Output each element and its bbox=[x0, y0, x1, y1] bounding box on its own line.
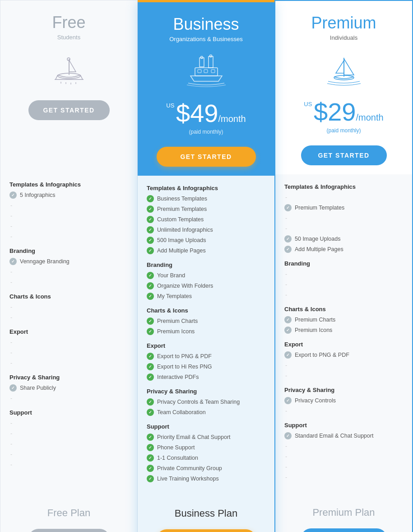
feature-item-text: Premium Templates bbox=[295, 205, 344, 211]
plan-icon-business bbox=[186, 54, 227, 90]
plan-price-note: (paid monthly) bbox=[304, 127, 383, 134]
plan-features-business: Templates & Infographics Business Templa… bbox=[138, 176, 274, 497]
feature-item-text: Interactive PDFs bbox=[157, 374, 199, 380]
check-icon bbox=[147, 475, 154, 482]
check-icon bbox=[147, 398, 154, 406]
feature-section-title: Templates & Infographics bbox=[147, 185, 265, 191]
feature-section-title: Branding bbox=[284, 260, 403, 267]
feature-item-text: Export to PNG & PDF bbox=[295, 352, 349, 358]
svg-rect-18 bbox=[211, 70, 215, 73]
feature-item-dash bbox=[284, 371, 403, 380]
feature-section: Charts & Icons Premium Charts Premium Ic… bbox=[147, 307, 265, 336]
feature-item-text: 500 Image Uploads bbox=[157, 237, 206, 243]
feature-item-dash bbox=[284, 473, 403, 482]
feature-item-dash bbox=[284, 290, 403, 299]
feature-section-title: Export bbox=[284, 341, 403, 348]
feature-item-gray-check: Premium Icons bbox=[284, 326, 403, 335]
check-icon bbox=[147, 216, 154, 223]
feature-section: Export Export to PNG & PDF bbox=[284, 341, 403, 380]
feature-item-text: 1-1 Consultation bbox=[157, 455, 198, 461]
feature-item-check: Team Collaboration bbox=[147, 408, 265, 417]
feature-item-dash bbox=[284, 452, 403, 461]
check-icon bbox=[147, 454, 154, 462]
svg-point-6 bbox=[67, 58, 70, 61]
get-started-button-business[interactable]: GET STARTED bbox=[157, 147, 256, 167]
feature-item-gray-check: Export to PNG & PDF bbox=[284, 350, 403, 359]
feature-item-text: Unlimited Infographics bbox=[157, 227, 213, 233]
feature-section: Branding Your Brand Organize With Folder… bbox=[147, 261, 265, 301]
footer-get-started-button-business[interactable]: GET STARTED bbox=[157, 529, 256, 532]
check-icon bbox=[147, 353, 154, 360]
feature-item-dash bbox=[284, 224, 403, 233]
plan-footer-name-premium: Premium Plan bbox=[312, 507, 375, 518]
feature-item-text: Custom Templates bbox=[157, 216, 204, 223]
feature-item-check: My Templates bbox=[147, 292, 265, 301]
feature-item-text: Add Multiple Pages bbox=[157, 247, 206, 254]
feature-item-dash bbox=[284, 193, 403, 202]
feature-item-text: Your Brand bbox=[157, 272, 185, 279]
feature-section-title: Templates & Infographics bbox=[9, 181, 128, 188]
feature-item-text: Premium Icons bbox=[157, 328, 195, 335]
plan-name-business: Business bbox=[173, 15, 239, 34]
get-started-button-premium[interactable]: GET STARTED bbox=[301, 145, 387, 165]
plan-subtitle-free: Students bbox=[57, 34, 80, 41]
feature-item-text: Live Training Workshops bbox=[157, 476, 219, 482]
feature-section: Charts & Icons bbox=[9, 293, 128, 322]
plan-subtitle-premium: Individuals bbox=[330, 34, 357, 41]
feature-item-dash bbox=[9, 348, 128, 357]
feature-section: Support bbox=[9, 409, 128, 469]
feature-item-text: Standard Email & Chat Support bbox=[295, 433, 373, 439]
feature-item-check: Live Training Workshops bbox=[147, 474, 265, 483]
feature-section: Templates & Infographics Premium Templat… bbox=[284, 183, 403, 254]
feature-item-check: Private Community Group bbox=[147, 464, 265, 473]
feature-item-check: Phone Support bbox=[147, 443, 265, 452]
svg-rect-15 bbox=[195, 68, 218, 76]
plan-header-free: Free Students GET STARTED bbox=[0, 0, 137, 172]
feature-item-check: Organize With Folders bbox=[147, 281, 265, 290]
feature-item-dash bbox=[9, 303, 128, 312]
feature-section: Export Export to PNG & PDF Export to Hi … bbox=[147, 342, 265, 382]
feature-section-title: Export bbox=[9, 328, 128, 335]
plan-price-period: /month bbox=[356, 112, 383, 122]
plan-icon-premium bbox=[324, 53, 364, 89]
feature-section-title: Charts & Icons bbox=[284, 306, 403, 313]
feature-item-check: Add Multiple Pages bbox=[147, 246, 265, 255]
feature-section-title: Privacy & Sharing bbox=[147, 388, 265, 395]
check-icon-gray bbox=[284, 327, 292, 334]
svg-rect-12 bbox=[209, 56, 213, 68]
plan-col-premium: Premium Individuals US $29/month (paid m… bbox=[274, 0, 413, 532]
check-icon-gray bbox=[284, 432, 292, 439]
plan-header-premium: Premium Individuals US $29/month (paid m… bbox=[275, 1, 412, 174]
get-started-button-free[interactable]: GET STARTED bbox=[28, 100, 110, 120]
check-icon bbox=[147, 205, 154, 213]
footer-get-started-button-free[interactable]: GET STARTED bbox=[28, 529, 110, 532]
feature-item-text: Premium Icons bbox=[295, 327, 332, 333]
feature-item-text: Team Collaboration bbox=[157, 409, 206, 415]
feature-section: Privacy & Sharing Privacy Controls & Tea… bbox=[147, 388, 265, 417]
feature-section-title: Export bbox=[147, 342, 265, 349]
footer-get-started-button-premium[interactable]: GET STARTED bbox=[301, 528, 387, 532]
feature-item-text: Premium Charts bbox=[157, 318, 198, 324]
feature-item-dash bbox=[9, 267, 128, 276]
feature-item-check: Business Templates bbox=[147, 194, 265, 203]
plan-footer-premium: Premium Plan GET STARTED bbox=[275, 496, 412, 532]
feature-item-dash bbox=[9, 278, 128, 287]
feature-item-text: Organize With Folders bbox=[157, 283, 213, 289]
feature-item-dash bbox=[9, 460, 128, 469]
feature-section: Privacy & Sharing Privacy Controls bbox=[284, 387, 403, 415]
check-icon-gray bbox=[284, 316, 292, 323]
check-icon bbox=[147, 363, 154, 370]
check-icon bbox=[147, 434, 154, 441]
svg-rect-16 bbox=[198, 70, 201, 73]
feature-item-text: Privacy Controls & Team Sharing bbox=[157, 399, 240, 405]
feature-item-dash bbox=[9, 359, 128, 368]
plan-price-us: US bbox=[304, 101, 314, 107]
feature-item-check: Premium Charts bbox=[147, 317, 265, 326]
check-icon bbox=[147, 237, 154, 244]
feature-item-check: Export to PNG & PDF bbox=[147, 352, 265, 361]
plan-icon-free bbox=[49, 52, 89, 89]
plan-footer-name-free: Free Plan bbox=[47, 507, 90, 519]
feature-item-text: Business Templates bbox=[157, 196, 207, 202]
plan-price-us: US bbox=[166, 102, 176, 109]
check-icon bbox=[147, 373, 154, 381]
